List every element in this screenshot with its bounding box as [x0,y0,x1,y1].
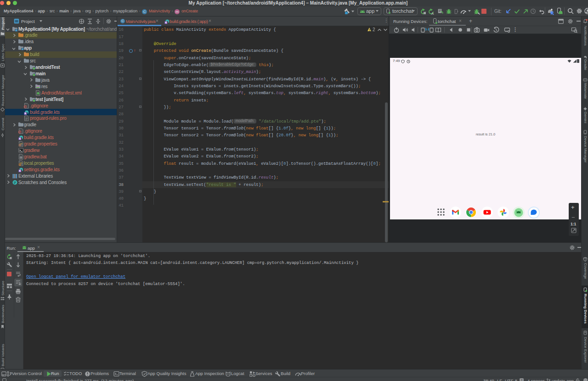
svg-text:A: A [431,11,434,15]
svg-text:K: K [165,21,167,24]
svg-text:K: K [19,137,21,140]
svg-text:K: K [25,112,27,115]
svg-text:K: K [19,169,21,172]
